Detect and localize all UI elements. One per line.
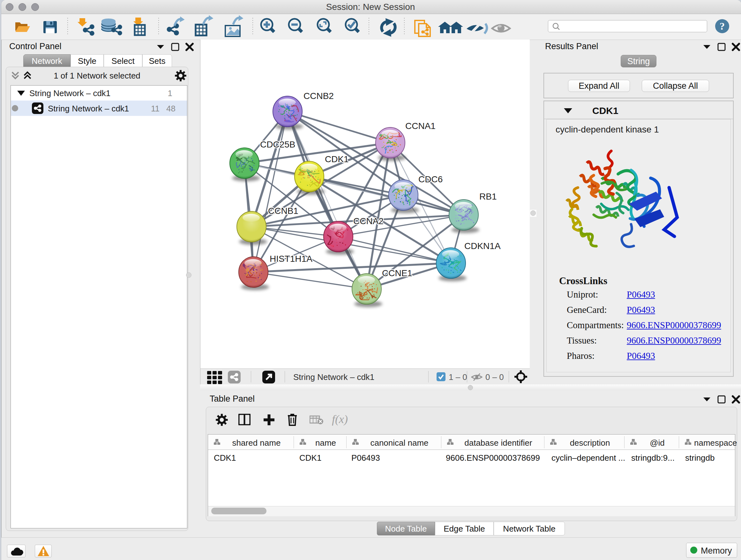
- svg-text:CCNA2: CCNA2: [353, 216, 384, 226]
- svg-text:CCNE1: CCNE1: [382, 268, 412, 278]
- svg-text:CDKN1A: CDKN1A: [464, 241, 501, 251]
- svg-text:CCNB1: CCNB1: [268, 206, 298, 216]
- svg-text:CDC6: CDC6: [418, 174, 443, 184]
- svg-text:?: ?: [720, 20, 725, 32]
- svg-text:CCNB2: CCNB2: [304, 91, 334, 101]
- svg-text:RB1: RB1: [479, 192, 496, 201]
- svg-text:CCNA1: CCNA1: [405, 121, 435, 131]
- svg-text:CDK1: CDK1: [325, 154, 349, 164]
- svg-text:CDC25B: CDC25B: [260, 139, 295, 149]
- svg-text:HIST1H1A: HIST1H1A: [270, 254, 313, 264]
